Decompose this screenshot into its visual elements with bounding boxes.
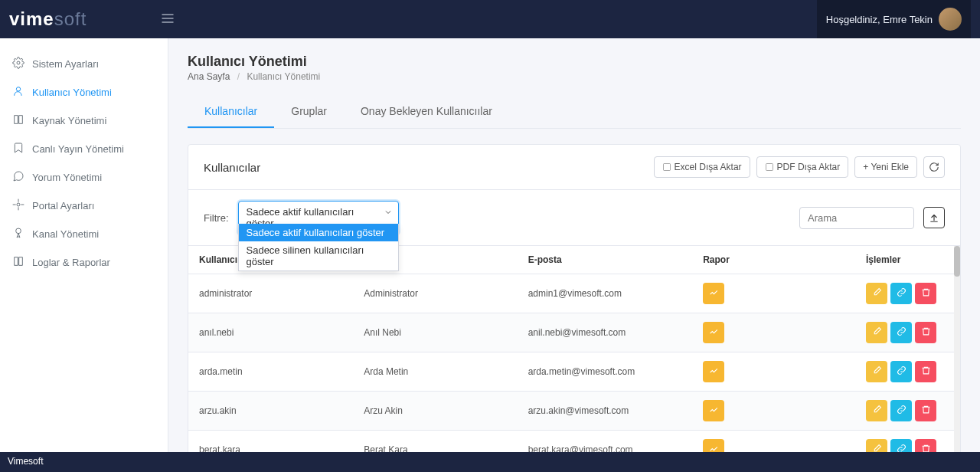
users-card: Kullanıcılar Excel Dışa Aktar PDF Dışa A… — [188, 144, 961, 452]
refresh-button[interactable] — [923, 156, 945, 178]
sidebar-item-7[interactable]: Loglar & Raporlar — [0, 248, 168, 277]
cell-username: arzu.akin — [188, 392, 353, 431]
report-button[interactable] — [703, 400, 724, 421]
users-table: Kullanıcı Adı İsim E-posta Rapor İşlemle… — [188, 246, 960, 452]
link-icon — [897, 365, 906, 378]
main-content: Kullanıcı Yönetimi Ana Sayfa / Kullanıcı… — [168, 38, 980, 452]
delete-button[interactable] — [915, 361, 936, 382]
export-pdf-button[interactable]: PDF Dışa Aktar — [756, 156, 849, 178]
tab-1[interactable]: Gruplar — [274, 96, 344, 128]
vertical-scrollbar[interactable] — [954, 246, 960, 452]
sidebar-item-label: Kullanıcı Yönetimi — [32, 87, 112, 98]
trash-icon — [921, 444, 931, 452]
delete-button[interactable] — [915, 400, 936, 421]
tab-2[interactable]: Onay Bekleyen Kullanıcıılar — [344, 96, 509, 128]
cell-username: administrator — [188, 274, 353, 313]
edit-button[interactable] — [866, 283, 887, 304]
edit-button[interactable] — [866, 439, 887, 452]
delete-button[interactable] — [915, 283, 936, 304]
cell-name: Administrator — [353, 274, 517, 313]
bookmark-icon — [12, 142, 24, 156]
cell-username: berat.kara — [188, 431, 353, 453]
card-title: Kullanıcılar — [204, 161, 260, 174]
avatar[interactable] — [939, 8, 962, 31]
link-button[interactable] — [890, 400, 912, 421]
filter-label: Filtre: — [204, 212, 229, 224]
table-row: arda.metinArda Metinarda.metin@vimesoft.… — [188, 352, 960, 392]
filter-option-deleted[interactable]: Sadece silinen kullanıcıları göster — [239, 241, 398, 270]
chart-icon — [709, 444, 719, 452]
add-new-button[interactable]: + Yeni Ekle — [854, 156, 917, 178]
card-header: Kullanıcılar Excel Dışa Aktar PDF Dışa A… — [188, 145, 960, 190]
chart-icon — [709, 365, 719, 378]
upload-button[interactable] — [923, 207, 945, 228]
report-button[interactable] — [703, 322, 724, 343]
trash-icon — [921, 365, 931, 378]
sidebar-item-5[interactable]: Portal Ayarları — [0, 192, 168, 220]
cell-name: Arzu Akin — [353, 392, 517, 431]
th-report[interactable]: Rapor — [692, 246, 855, 274]
th-actions[interactable]: İşlemler — [855, 246, 960, 274]
report-button[interactable] — [703, 361, 724, 382]
chart-icon — [709, 405, 719, 417]
user-area[interactable]: Hoşgeldiniz, Emre Tekin — [817, 0, 971, 38]
report-button[interactable] — [703, 283, 724, 304]
user-icon — [12, 85, 24, 100]
link-button[interactable] — [890, 439, 912, 452]
link-icon — [897, 287, 906, 300]
th-email[interactable]: E-posta — [518, 246, 693, 274]
link-icon — [897, 326, 906, 339]
report-button[interactable] — [703, 439, 724, 452]
table-row: berat.karaBerat Karaberat.kara@vimesoft.… — [188, 431, 960, 453]
cell-name: Anıl Nebi — [353, 313, 517, 352]
gear-icon — [12, 57, 24, 71]
filter-select[interactable]: Sadece aktif kullanıcıları göster Sadece… — [238, 201, 399, 234]
search-input[interactable] — [799, 207, 914, 229]
edit-button[interactable] — [866, 322, 887, 343]
chart-icon — [709, 287, 719, 300]
sidebar-item-6[interactable]: Kanal Yönetimi — [0, 220, 168, 248]
breadcrumb-current: Kullanıcı Yönetimi — [247, 71, 320, 82]
sidebar-item-2[interactable]: Kaynak Yönetimi — [0, 107, 168, 135]
breadcrumb: Ana Sayfa / Kullanıcı Yönetimi — [188, 71, 961, 82]
cell-report — [692, 392, 855, 431]
table-row: arzu.akinArzu Akinarzu.akin@vimesoft.com — [188, 392, 960, 431]
tabs: KullanıcılarGruplarOnay Bekleyen Kullanı… — [188, 96, 961, 129]
delete-button[interactable] — [915, 322, 936, 343]
badge-icon — [12, 227, 24, 241]
cell-email: arda.metin@vimesoft.com — [518, 352, 693, 392]
sidebar-item-3[interactable]: Canlı Yayın Yönetimi — [0, 135, 168, 163]
footer: Vimesoft — [0, 452, 980, 472]
cell-email: anil.nebi@vimesoft.com — [518, 313, 693, 352]
export-excel-button[interactable]: Excel Dışa Aktar — [654, 156, 750, 178]
link-button[interactable] — [890, 361, 912, 382]
sidebar-item-label: Kaynak Yönetimi — [32, 115, 106, 126]
sidebar-item-4[interactable]: Yorum Yönetimi — [0, 163, 168, 192]
edit-button[interactable] — [866, 400, 887, 421]
topbar: vimesoft Hoşgeldiniz, Emre Tekin — [0, 0, 980, 38]
cell-report — [692, 274, 855, 313]
filter-option-active[interactable]: Sadece aktif kullanıcıları göster — [239, 224, 398, 241]
pencil-icon — [872, 405, 882, 417]
svg-rect-5 — [766, 164, 773, 171]
upload-icon — [929, 212, 939, 223]
delete-button[interactable] — [915, 439, 936, 452]
svg-point-0 — [17, 61, 20, 64]
trash-icon — [921, 287, 931, 300]
sidebar-item-1[interactable]: Kullanıcı Yönetimi — [0, 78, 168, 107]
cell-report — [692, 431, 855, 453]
edit-button[interactable] — [866, 361, 887, 382]
trash-icon — [921, 326, 931, 339]
sidebar-item-0[interactable]: Sistem Ayarları — [0, 50, 168, 78]
table-row: administratorAdministratoradmin1@vimesof… — [188, 274, 960, 313]
cell-actions — [855, 352, 960, 392]
hamburger-icon — [160, 11, 175, 26]
logo[interactable]: vimesoft — [9, 8, 87, 30]
tab-0[interactable]: Kullanıcılar — [188, 96, 274, 128]
link-button[interactable] — [890, 283, 912, 304]
breadcrumb-home[interactable]: Ana Sayfa — [188, 71, 230, 82]
chevron-down-icon — [384, 208, 393, 217]
sidebar-item-label: Canlı Yayın Yönetimi — [32, 143, 124, 155]
menu-toggle-button[interactable] — [155, 6, 180, 33]
link-button[interactable] — [890, 322, 912, 343]
